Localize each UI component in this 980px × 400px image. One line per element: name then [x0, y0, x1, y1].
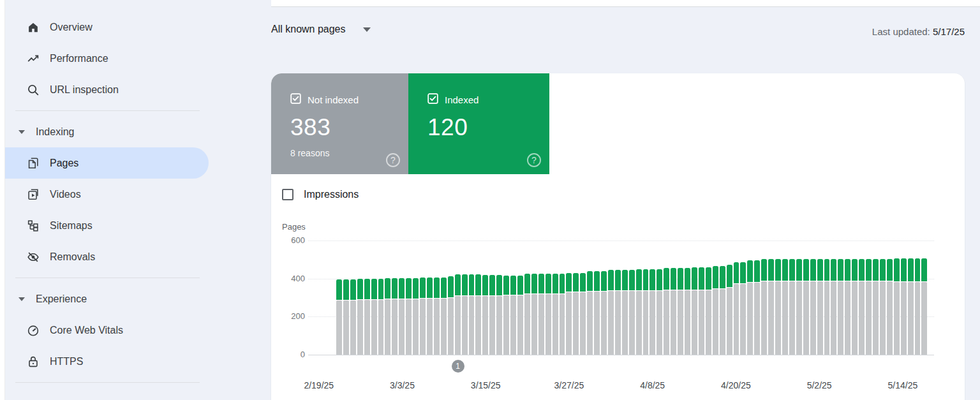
- bar: [496, 241, 502, 355]
- bar: [566, 241, 572, 355]
- bar: [775, 241, 781, 355]
- sidebar-item-core-web-vitals[interactable]: Core Web Vitals: [5, 315, 209, 346]
- core-web-vitals-icon: [26, 323, 41, 338]
- header-divider: [271, 6, 980, 7]
- sidebar-item-sitemaps[interactable]: Sitemaps: [5, 210, 209, 241]
- bar: [810, 241, 816, 355]
- bar: [573, 241, 579, 355]
- sidebar-item-https[interactable]: HTTPS: [5, 346, 209, 377]
- bar: [434, 241, 440, 355]
- not-indexed-card[interactable]: Not indexed 383 8 reasons ?: [271, 73, 408, 174]
- bar: [706, 241, 711, 355]
- bar: [510, 241, 516, 355]
- sidebar-item-videos[interactable]: Videos: [5, 179, 209, 210]
- bar: [538, 241, 544, 355]
- x-axis-tick: 5/2/25: [807, 380, 832, 390]
- bar: [754, 241, 760, 355]
- chart-annotation-marker[interactable]: 1: [452, 360, 464, 373]
- y-axis-tick: 0: [279, 350, 305, 359]
- sidebar-item-performance[interactable]: Performance: [5, 43, 209, 74]
- bar: [768, 241, 774, 355]
- stacked-bars: [336, 241, 927, 355]
- y-axis-tick: 200: [279, 311, 305, 321]
- bar: [482, 241, 488, 355]
- x-axis-tick: 3/27/25: [554, 380, 584, 390]
- sidebar-item-label: Removals: [50, 251, 95, 263]
- indexed-label: Indexed: [445, 94, 479, 105]
- bar: [622, 241, 628, 355]
- page-filter-dropdown[interactable]: All known pages: [271, 24, 371, 35]
- bar: [824, 241, 830, 355]
- home-icon: [26, 20, 41, 35]
- help-icon[interactable]: ?: [527, 153, 541, 167]
- sidebar-item-overview[interactable]: Overview: [5, 11, 209, 43]
- last-updated-value: 5/17/25: [933, 26, 965, 37]
- bar: [343, 241, 349, 355]
- bar: [448, 241, 454, 355]
- collapse-triangle-icon: [19, 130, 25, 134]
- bar: [713, 241, 718, 355]
- bar: [671, 241, 676, 355]
- bar: [629, 241, 635, 355]
- bar: [615, 241, 621, 355]
- bar: [517, 241, 523, 355]
- impressions-checkbox[interactable]: [282, 189, 293, 200]
- bar: [699, 241, 704, 355]
- sidebar-section-experience[interactable]: Experience: [5, 284, 209, 315]
- bar: [399, 241, 405, 355]
- bar: [420, 241, 426, 355]
- sidebar-item-url-inspection[interactable]: URL inspection: [5, 74, 209, 105]
- last-updated-label: Last updated:: [872, 26, 930, 37]
- header-strip: [271, 0, 980, 6]
- impressions-label: Impressions: [304, 189, 359, 200]
- bar: [866, 241, 872, 355]
- bar: [350, 241, 356, 355]
- bar: [650, 241, 655, 355]
- sidebar: OverviewPerformanceURL inspectionIndexin…: [5, 0, 209, 389]
- bar: [455, 241, 461, 355]
- collapse-triangle-icon: [19, 297, 25, 301]
- x-axis-tick: 2/19/25: [304, 380, 334, 390]
- last-updated: Last updated: 5/17/25: [872, 26, 965, 37]
- bar: [601, 241, 607, 355]
- bar: [357, 241, 363, 355]
- sidebar-section-indexing[interactable]: Indexing: [5, 117, 209, 147]
- bar: [594, 241, 600, 355]
- bar: [817, 241, 823, 355]
- indexed-checkbox[interactable]: [427, 93, 438, 106]
- bar: [838, 241, 843, 355]
- x-axis-tick: 3/15/25: [471, 380, 501, 390]
- bar: [685, 241, 690, 355]
- sidebar-item-pages[interactable]: Pages: [5, 147, 209, 179]
- chevron-down-icon: [363, 27, 371, 32]
- bar: [378, 241, 384, 355]
- bar: [475, 241, 481, 355]
- sidebar-item-label: URL inspection: [50, 84, 119, 96]
- help-icon[interactable]: ?: [386, 153, 400, 167]
- impressions-toggle[interactable]: Impressions: [282, 189, 359, 200]
- bar: [385, 241, 390, 355]
- bar: [489, 241, 495, 355]
- bar: [789, 241, 795, 355]
- bar: [894, 241, 900, 355]
- not-indexed-count: 383: [290, 115, 408, 139]
- bar: [664, 241, 669, 355]
- bar: [915, 241, 921, 355]
- sidebar-item-label: Videos: [50, 189, 81, 200]
- bar: [643, 241, 649, 355]
- sidebar-divider: [15, 110, 200, 111]
- page-filter-label: All known pages: [271, 24, 346, 35]
- bar: [747, 241, 753, 355]
- bar: [908, 241, 914, 355]
- x-axis-tick: 4/20/25: [721, 380, 751, 390]
- indexed-card[interactable]: Indexed 120 ?: [408, 73, 549, 174]
- sidebar-divider: [15, 278, 200, 278]
- sidebar-item-label: Pages: [50, 158, 78, 169]
- bar: [413, 241, 419, 355]
- sidebar-item-label: Core Web Vitals: [50, 325, 123, 336]
- videos-icon: [26, 187, 41, 202]
- bar: [782, 241, 788, 355]
- not-indexed-checkbox[interactable]: [290, 93, 301, 106]
- x-axis-tick: 3/3/25: [390, 380, 415, 390]
- sidebar-item-removals[interactable]: Removals: [5, 241, 209, 272]
